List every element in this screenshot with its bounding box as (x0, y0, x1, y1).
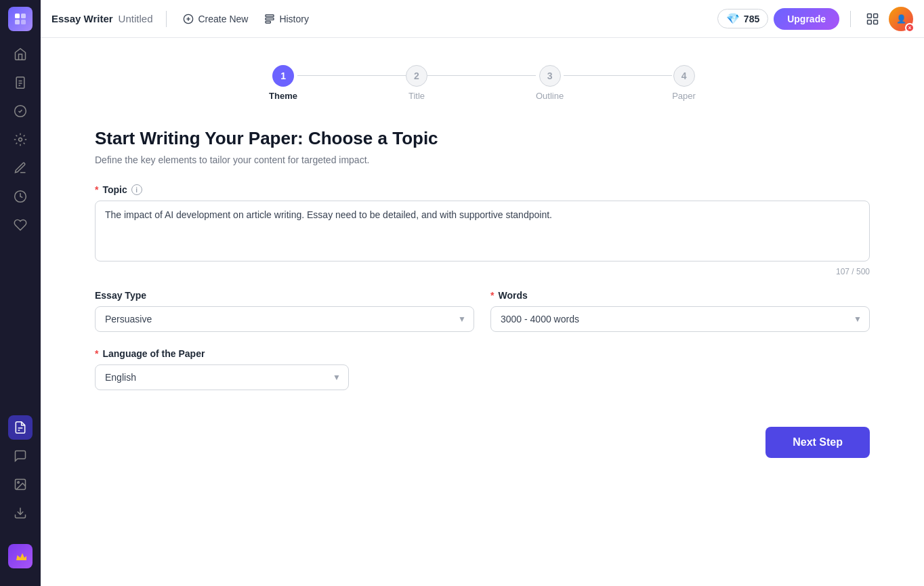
step-2: 2 Title (406, 65, 427, 101)
svg-rect-1 (21, 14, 26, 18)
step-1-label: Theme (269, 91, 297, 101)
svg-rect-24 (868, 20, 872, 24)
step-1: 1 Theme (269, 65, 297, 101)
step-line-3 (564, 75, 672, 76)
svg-rect-4 (16, 77, 24, 89)
crown-icon[interactable] (8, 544, 33, 568)
svg-rect-23 (874, 14, 878, 18)
grid-view-button[interactable] (862, 8, 883, 30)
next-step-button[interactable]: Next Step (765, 427, 870, 458)
header-divider (166, 11, 167, 27)
words-wrapper: 500 - 1000 words1000 - 2000 words2000 - … (490, 306, 870, 332)
avatar-badge: x (905, 23, 915, 33)
pen-icon[interactable] (8, 156, 33, 180)
app-logo[interactable] (8, 7, 33, 31)
essay-type-wrapper: PersuasiveArgumentativeExpositoryDescrip… (95, 306, 474, 332)
credits-badge: 💎 785 (717, 9, 768, 28)
topic-textarea[interactable] (95, 201, 870, 261)
topic-info-icon[interactable]: i (131, 184, 142, 195)
upgrade-button[interactable]: Upgrade (774, 8, 839, 30)
step-3: 3 Outline (536, 65, 564, 101)
words-required-star: * (490, 290, 494, 301)
doc-name: Untitled (119, 13, 153, 24)
topic-required-star: * (95, 184, 98, 195)
avatar[interactable]: 👤 x (889, 7, 913, 31)
chat-icon[interactable] (8, 444, 33, 468)
stepper: 1 Theme 2 Title 3 Outline 4 (95, 65, 870, 101)
svg-rect-19 (266, 15, 274, 17)
topic-label: * Topic i (95, 184, 870, 195)
topic-char-count: 107 / 500 (95, 267, 870, 276)
sidebar (0, 0, 41, 586)
svg-rect-2 (15, 20, 20, 24)
svg-rect-20 (266, 18, 274, 20)
app-title: Essay Writer (51, 13, 113, 24)
essay-type-col: Essay Type PersuasiveArgumentativeExposi… (95, 290, 474, 332)
svg-rect-22 (868, 14, 872, 18)
header: Essay Writer Untitled Create New History… (41, 0, 924, 38)
history-label: History (279, 14, 309, 24)
main-panel: Essay Writer Untitled Create New History… (41, 0, 924, 586)
diamond-icon: 💎 (726, 12, 740, 25)
svg-rect-3 (21, 20, 26, 24)
step-4-circle: 4 (673, 65, 695, 87)
language-required-star: * (95, 348, 98, 359)
step-4: 4 Paper (672, 65, 696, 101)
essay-type-label: Essay Type (95, 290, 474, 301)
essay-type-select[interactable]: PersuasiveArgumentativeExpositoryDescrip… (95, 306, 474, 332)
form-heading: Start Writing Your Paper: Choose a Topic (95, 128, 870, 149)
words-select[interactable]: 500 - 1000 words1000 - 2000 words2000 - … (490, 306, 870, 332)
svg-rect-21 (266, 21, 270, 23)
step-line-1 (297, 75, 406, 76)
home-icon[interactable] (8, 42, 33, 66)
document-icon[interactable] (8, 70, 33, 95)
svg-rect-0 (15, 14, 20, 18)
language-col: * Language of the Paper EnglishSpanishFr… (95, 348, 349, 390)
create-new-label: Create New (198, 14, 248, 24)
image-icon[interactable] (8, 472, 33, 497)
check-icon[interactable] (8, 99, 33, 123)
words-label: * Words (490, 290, 870, 301)
words-col: * Words 500 - 1000 words1000 - 2000 word… (490, 290, 870, 332)
svg-point-9 (19, 138, 22, 142)
download-icon[interactable] (8, 501, 33, 525)
content-area: 1 Theme 2 Title 3 Outline 4 (41, 38, 924, 586)
header-divider-2 (850, 11, 851, 27)
language-label: * Language of the Paper (95, 348, 349, 359)
essay-writer-icon[interactable] (8, 415, 33, 440)
essay-words-row: Essay Type PersuasiveArgumentativeExposi… (95, 290, 870, 332)
heart-icon[interactable] (8, 213, 33, 237)
step-2-label: Title (408, 91, 425, 101)
form-subheading: Define the key elements to tailor your c… (95, 154, 870, 165)
history-button[interactable]: History (259, 9, 314, 28)
step-4-label: Paper (672, 91, 696, 101)
language-row: * Language of the Paper EnglishSpanishFr… (95, 348, 870, 390)
step-1-circle: 1 (272, 65, 294, 87)
settings-icon[interactable] (8, 127, 33, 152)
topic-field-group: * Topic i 107 / 500 (95, 184, 870, 276)
svg-rect-25 (874, 20, 878, 24)
create-new-button[interactable]: Create New (177, 9, 253, 28)
step-3-circle: 3 (539, 65, 561, 87)
step-3-label: Outline (536, 91, 564, 101)
language-wrapper: EnglishSpanishFrenchGermanChinese ▼ (95, 364, 349, 390)
credits-value: 785 (744, 14, 759, 24)
svg-point-14 (18, 482, 19, 484)
clock-icon[interactable] (8, 184, 33, 209)
step-line-2 (427, 75, 536, 76)
language-select[interactable]: EnglishSpanishFrenchGermanChinese (95, 364, 349, 390)
step-2-circle: 2 (406, 65, 427, 87)
